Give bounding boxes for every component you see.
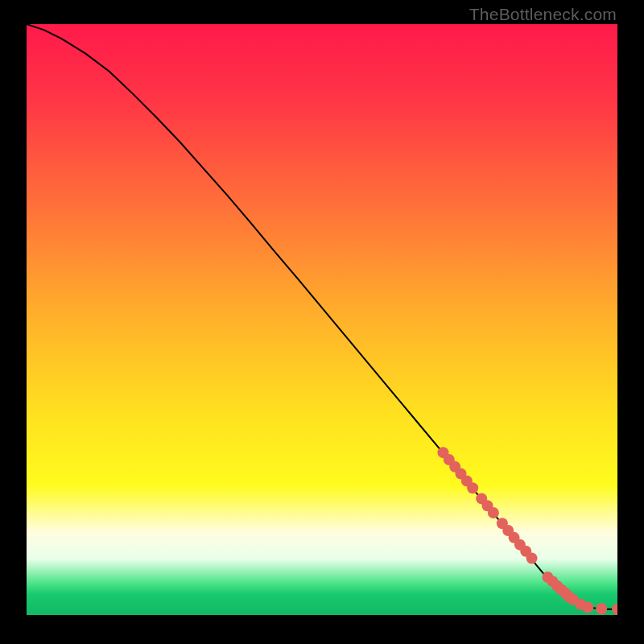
- chart-svg: [27, 24, 617, 615]
- gradient-background: [27, 24, 617, 615]
- data-marker: [488, 507, 499, 518]
- data-marker: [582, 601, 593, 613]
- data-marker: [526, 553, 538, 564]
- data-marker: [467, 482, 478, 493]
- watermark-text: TheBottleneck.com: [469, 5, 617, 24]
- data-marker: [596, 603, 607, 614]
- chart-frame: [27, 24, 617, 615]
